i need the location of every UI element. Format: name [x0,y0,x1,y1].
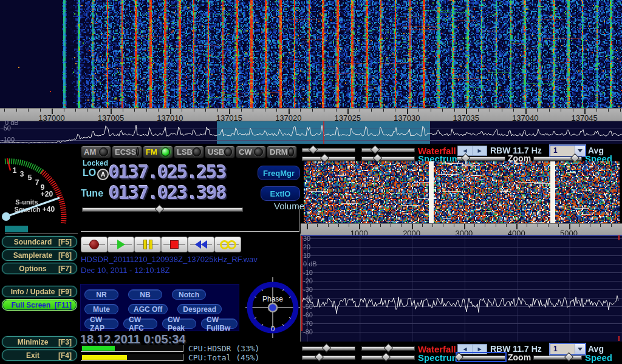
mute-button[interactable]: Mute [84,304,118,314]
audio-frequency-scale[interactable]: 10002000300040005000 [301,223,622,235]
smeter-tick-5: 5 [28,174,32,182]
cw-zap-button[interactable]: CW ZAP [84,318,118,329]
bottom-zoom-slider[interactable] [457,353,505,361]
smeter-tick-7: 7 [35,178,39,187]
bottom-spectrum-range-slider[interactable] [302,353,355,361]
mode-button-ecss[interactable]: ECSS [112,146,142,158]
record-icon [89,240,99,249]
smeter-units-label: S-units [15,198,38,206]
stop-icon [170,240,179,249]
recording-file-date: Dec 10, 2011 - 12:10:18Z [81,266,169,275]
despread-button[interactable]: Despread [177,304,222,314]
loop-icon [220,240,236,249]
mode-button-drm[interactable]: DRM [267,146,297,158]
smeter-tick-20: +20 [41,190,53,198]
hdsdr-window: 1370001370051370101370151370201370251370… [0,0,622,364]
loop-button[interactable] [214,237,241,252]
rf-db-label-50: -50 [1,124,11,132]
record-button[interactable] [81,237,108,252]
freqmgr-button[interactable]: FreqMgr [258,166,300,180]
lo-auto-badge-icon[interactable]: A [97,169,109,180]
phase-knob [268,303,277,312]
audio-waterfall-display[interactable] [304,161,620,223]
squelch-underline [5,234,78,234]
cw-afc-button[interactable]: CW AFC [123,318,157,329]
play-icon [117,240,125,249]
mode-button-lsb[interactable]: LSB [174,146,204,158]
pause-icon [143,240,152,249]
sidebar-button-options[interactable]: Options[F7] [2,263,77,274]
volume-section-bracket [81,209,299,232]
sidebar-button-full-screen[interactable]: Full Screen[F11] [2,299,77,311]
mode-led [136,147,139,157]
audio-spectrum-display[interactable] [301,235,622,342]
phase-label: Phase [262,295,283,303]
cpu-hdsdr-text: CPU:HDSDR (33%) [188,344,259,353]
pause-button[interactable] [134,237,161,252]
stop-button[interactable] [161,237,188,252]
bottom-spectrum-label[interactable]: Spectrum [418,352,460,363]
rf-spectrum-display[interactable] [0,121,622,144]
phase-dial[interactable]: Phase 0 [245,277,300,338]
s-meter[interactable]: 1 3 5 7 9 +20 +40 S-units Squelch [0,144,79,232]
tune-label: Tune [81,188,103,199]
bottom-waterfall-brightness-slider[interactable] [302,344,355,352]
phase-value: 0 [271,325,275,333]
utc-datetime: 18.12.2011 0:05:34 [80,332,186,346]
sidebar-button-exit[interactable]: Exit[F4] [2,349,77,361]
rf-frequency-scale[interactable]: 1370001370051370101370151370201370251370… [0,108,622,121]
bottom-speed-label: Speed [585,352,612,363]
lo-frequency-display[interactable]: 0137.025.253 [109,161,226,183]
tune-frequency-display[interactable]: 0137.023.398 [109,182,226,203]
rf-waterfall-display[interactable] [0,0,622,108]
locked-indicator: Locked [83,159,108,167]
notch-button[interactable]: Notch [172,289,206,300]
mode-button-cw[interactable]: CW [236,146,266,158]
mode-led [99,147,108,157]
play-button[interactable] [108,237,134,252]
mode-led [193,147,201,157]
smeter-tick-3: 3 [20,170,24,178]
rewind-icon [195,240,207,249]
bottom-zoom-label: Zoom [508,352,531,362]
dsp-panel: NR NB Notch Mute AGC Off Despread CW ZAP… [80,284,239,331]
top-waterfall-brightness-slider[interactable] [302,146,355,153]
sidebar-button-samplerate[interactable]: Samplerate[F6] [2,249,77,261]
bottom-waterfall-contrast-slider[interactable] [361,344,415,352]
smeter-tick-1: 1 [13,166,17,175]
nr-button[interactable]: NR [84,289,118,300]
lo-label: LO [83,167,96,178]
extio-button[interactable]: ExtIO [261,186,300,201]
sidebar-button-minimize[interactable]: Minimize[F3] [2,336,77,348]
mode-button-fm[interactable]: FM [143,146,173,158]
rf-db-label-100: -100 [1,136,15,143]
cpu-hdsdr-bar [81,345,183,352]
mode-button-usb[interactable]: USB [205,146,235,158]
bottom-speed-slider[interactable] [533,353,582,361]
cpu-total-text: CPU:Total (45%) [188,353,259,362]
squelch-level-bar[interactable] [5,226,28,232]
smeter-tick-40: +40 [43,205,55,214]
sidebar-button-info-update[interactable]: Info / Update[F9] [2,286,77,297]
cw-peak-button[interactable]: CW Peak [162,318,196,329]
mode-led [224,147,232,157]
sidebar-button-soundcard[interactable]: Soundcard[F5] [2,236,77,248]
mode-led [161,147,170,157]
top-waterfall-contrast-slider[interactable] [361,146,415,153]
recording-filename: HDSDR_20111210_120938Z_137025kHz_RF.wav [81,255,258,264]
agc-off-button[interactable]: AGC Off [128,304,168,314]
bottom-spectrum-offset-slider[interactable] [361,353,415,361]
mode-led [254,147,263,157]
nb-button[interactable]: NB [128,289,162,300]
cpu-total-bar [81,354,183,361]
cw-fullbw-button[interactable]: CW FullBw [201,318,238,329]
rewind-button[interactable] [188,237,214,252]
mode-led [288,147,294,157]
mode-button-am[interactable]: AM [81,146,111,158]
